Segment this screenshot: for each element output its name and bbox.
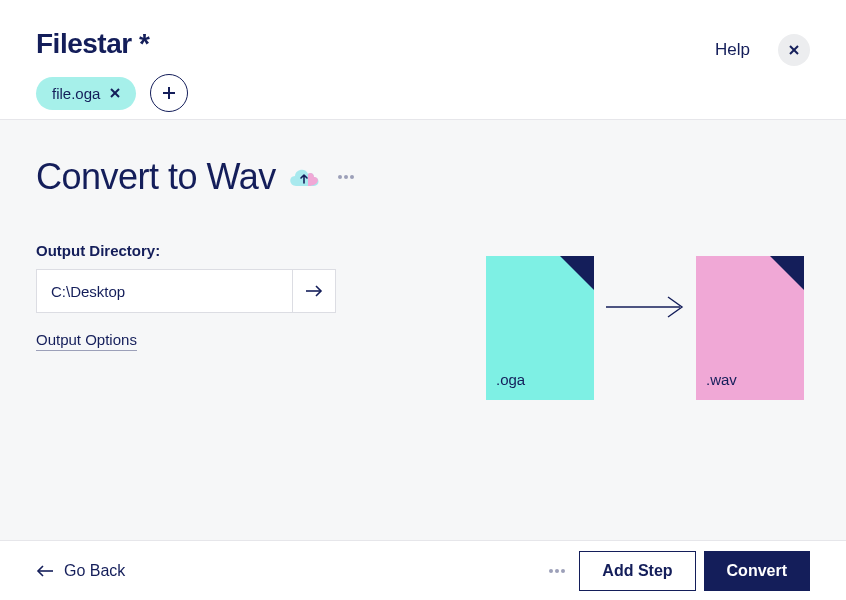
- main-panel: Convert to Wav Output Directory: Output …: [0, 120, 846, 540]
- conversion-arrow-icon: [606, 296, 684, 322]
- file-chip-remove[interactable]: [110, 88, 120, 98]
- svg-point-13: [555, 569, 559, 573]
- footer-bar: Go Back Add Step Convert: [0, 540, 846, 600]
- go-back-button[interactable]: Go Back: [36, 562, 125, 580]
- file-fold-icon: [770, 256, 804, 290]
- ellipsis-icon: [338, 175, 354, 179]
- ellipsis-icon: [549, 569, 565, 573]
- file-chips: file.oga: [36, 74, 810, 112]
- plus-icon: [163, 87, 175, 99]
- svg-point-12: [549, 569, 553, 573]
- output-options-link[interactable]: Output Options: [36, 331, 137, 351]
- add-file-button[interactable]: [150, 74, 188, 112]
- source-file-card: .oga: [486, 256, 594, 400]
- svg-point-8: [350, 175, 354, 179]
- browse-directory-button[interactable]: [292, 269, 336, 313]
- close-icon: [110, 88, 120, 98]
- file-chip-label: file.oga: [52, 85, 100, 102]
- target-file-ext: .wav: [706, 371, 737, 388]
- svg-point-7: [344, 175, 348, 179]
- conversion-illustration: .oga .wav: [486, 256, 804, 400]
- target-file-card: .wav: [696, 256, 804, 400]
- arrow-right-icon: [305, 284, 323, 298]
- help-link[interactable]: Help: [715, 40, 750, 60]
- arrow-left-icon: [36, 565, 54, 577]
- close-icon: [789, 45, 799, 55]
- output-directory-input[interactable]: [36, 269, 292, 313]
- add-step-button[interactable]: Add Step: [579, 551, 695, 591]
- file-chip: file.oga: [36, 77, 136, 110]
- svg-point-14: [561, 569, 565, 573]
- file-fold-icon: [560, 256, 594, 290]
- footer-more-button[interactable]: [543, 563, 571, 579]
- more-options-button[interactable]: [332, 169, 360, 185]
- page-title: Convert to Wav: [36, 156, 276, 198]
- brand-logo: Filestar *: [36, 28, 810, 60]
- cloud-upload-icon: [286, 164, 322, 190]
- app-header: Filestar * Help file.oga: [0, 0, 846, 120]
- convert-button[interactable]: Convert: [704, 551, 810, 591]
- svg-point-6: [338, 175, 342, 179]
- source-file-ext: .oga: [496, 371, 525, 388]
- go-back-label: Go Back: [64, 562, 125, 580]
- close-button[interactable]: [778, 34, 810, 66]
